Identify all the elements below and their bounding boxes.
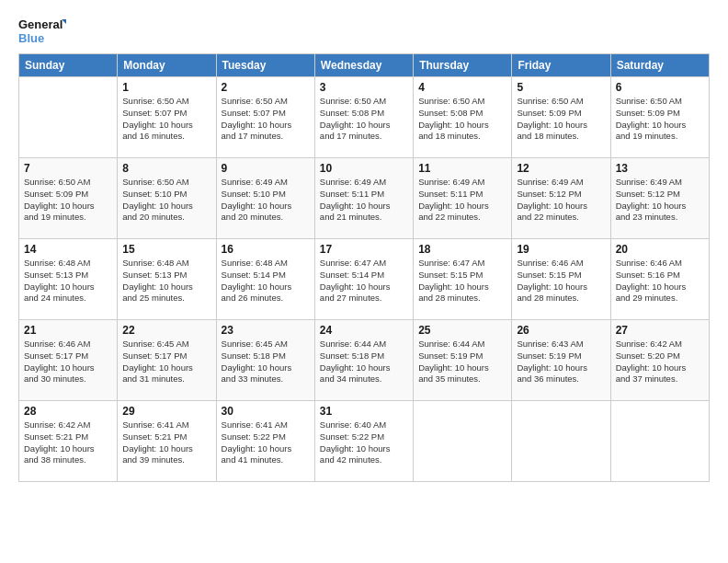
calendar-header-row: SundayMondayTuesdayWednesdayThursdayFrid…: [19, 54, 710, 77]
day-info: Sunrise: 6:44 AM Sunset: 5:19 PM Dayligh…: [418, 339, 506, 385]
calendar-cell: 11Sunrise: 6:49 AM Sunset: 5:11 PM Dayli…: [414, 158, 512, 239]
calendar-cell: 8Sunrise: 6:50 AM Sunset: 5:10 PM Daylig…: [118, 158, 216, 239]
calendar-week-row: 21Sunrise: 6:46 AM Sunset: 5:17 PM Dayli…: [19, 320, 710, 401]
calendar-cell: 19Sunrise: 6:46 AM Sunset: 5:15 PM Dayli…: [512, 239, 610, 320]
calendar-cell: 24Sunrise: 6:44 AM Sunset: 5:18 PM Dayli…: [314, 320, 413, 401]
day-number: 11: [418, 162, 506, 175]
day-info: Sunrise: 6:48 AM Sunset: 5:13 PM Dayligh…: [122, 258, 210, 304]
day-number: 22: [122, 324, 210, 337]
calendar-cell: 26Sunrise: 6:43 AM Sunset: 5:19 PM Dayli…: [512, 320, 610, 401]
calendar-header-cell: Wednesday: [314, 54, 413, 77]
calendar-week-row: 28Sunrise: 6:42 AM Sunset: 5:21 PM Dayli…: [19, 401, 710, 482]
day-info: Sunrise: 6:49 AM Sunset: 5:11 PM Dayligh…: [320, 177, 408, 224]
day-number: 2: [222, 81, 310, 94]
calendar-cell: 6Sunrise: 6:50 AM Sunset: 5:09 PM Daylig…: [610, 77, 709, 158]
calendar-cell: 9Sunrise: 6:49 AM Sunset: 5:10 PM Daylig…: [216, 158, 314, 239]
calendar-cell: [19, 77, 118, 158]
day-number: 8: [122, 162, 210, 175]
page: General Blue SundayMondayTuesdayWednesda…: [0, 0, 728, 563]
day-number: 12: [517, 162, 605, 175]
calendar-cell: 2Sunrise: 6:50 AM Sunset: 5:07 PM Daylig…: [216, 77, 314, 158]
day-info: Sunrise: 6:50 AM Sunset: 5:10 PM Dayligh…: [122, 177, 210, 224]
calendar-header-cell: Monday: [118, 54, 216, 77]
calendar-cell: 29Sunrise: 6:41 AM Sunset: 5:21 PM Dayli…: [118, 401, 216, 482]
day-info: Sunrise: 6:46 AM Sunset: 5:16 PM Dayligh…: [616, 258, 704, 304]
calendar-cell: 3Sunrise: 6:50 AM Sunset: 5:08 PM Daylig…: [314, 77, 413, 158]
calendar-cell: 5Sunrise: 6:50 AM Sunset: 5:09 PM Daylig…: [512, 77, 610, 158]
day-number: 6: [616, 81, 704, 94]
calendar-cell: 18Sunrise: 6:47 AM Sunset: 5:15 PM Dayli…: [414, 239, 512, 320]
calendar-cell: 23Sunrise: 6:45 AM Sunset: 5:18 PM Dayli…: [216, 320, 314, 401]
calendar-cell: [610, 401, 709, 482]
day-info: Sunrise: 6:41 AM Sunset: 5:22 PM Dayligh…: [222, 419, 310, 466]
day-number: 18: [418, 243, 506, 256]
day-info: Sunrise: 6:41 AM Sunset: 5:21 PM Dayligh…: [122, 419, 210, 466]
day-info: Sunrise: 6:50 AM Sunset: 5:09 PM Dayligh…: [616, 96, 704, 143]
calendar-cell: 17Sunrise: 6:47 AM Sunset: 5:14 PM Dayli…: [314, 239, 413, 320]
day-info: Sunrise: 6:49 AM Sunset: 5:12 PM Dayligh…: [517, 177, 605, 224]
day-info: Sunrise: 6:45 AM Sunset: 5:17 PM Dayligh…: [122, 339, 210, 385]
day-number: 9: [222, 162, 310, 175]
calendar-cell: 13Sunrise: 6:49 AM Sunset: 5:12 PM Dayli…: [610, 158, 709, 239]
day-number: 25: [418, 324, 506, 337]
day-info: Sunrise: 6:50 AM Sunset: 5:08 PM Dayligh…: [418, 96, 506, 143]
calendar-cell: [414, 401, 512, 482]
day-number: 21: [24, 324, 112, 337]
calendar-cell: 21Sunrise: 6:46 AM Sunset: 5:17 PM Dayli…: [19, 320, 118, 401]
day-info: Sunrise: 6:46 AM Sunset: 5:17 PM Dayligh…: [24, 339, 112, 385]
header: General Blue: [18, 15, 710, 48]
svg-text:Blue: Blue: [18, 31, 44, 45]
day-info: Sunrise: 6:47 AM Sunset: 5:14 PM Dayligh…: [320, 258, 408, 304]
calendar-cell: 28Sunrise: 6:42 AM Sunset: 5:21 PM Dayli…: [19, 401, 118, 482]
calendar-header-cell: Thursday: [414, 54, 512, 77]
day-number: 5: [517, 81, 605, 94]
day-info: Sunrise: 6:47 AM Sunset: 5:15 PM Dayligh…: [418, 258, 506, 304]
day-number: 4: [418, 81, 506, 94]
day-info: Sunrise: 6:50 AM Sunset: 5:07 PM Dayligh…: [222, 96, 310, 143]
day-info: Sunrise: 6:44 AM Sunset: 5:18 PM Dayligh…: [320, 339, 408, 385]
day-number: 29: [122, 405, 210, 418]
day-number: 27: [616, 324, 704, 337]
calendar-body: 1Sunrise: 6:50 AM Sunset: 5:07 PM Daylig…: [19, 77, 710, 482]
calendar-cell: 14Sunrise: 6:48 AM Sunset: 5:13 PM Dayli…: [19, 239, 118, 320]
day-number: 23: [222, 324, 310, 337]
day-info: Sunrise: 6:48 AM Sunset: 5:14 PM Dayligh…: [222, 258, 310, 304]
calendar-cell: [512, 401, 610, 482]
day-number: 1: [122, 81, 210, 94]
calendar-cell: 20Sunrise: 6:46 AM Sunset: 5:16 PM Dayli…: [610, 239, 709, 320]
day-info: Sunrise: 6:49 AM Sunset: 5:11 PM Dayligh…: [418, 177, 506, 224]
calendar-week-row: 1Sunrise: 6:50 AM Sunset: 5:07 PM Daylig…: [19, 77, 710, 158]
calendar-cell: 25Sunrise: 6:44 AM Sunset: 5:19 PM Dayli…: [414, 320, 512, 401]
day-info: Sunrise: 6:46 AM Sunset: 5:15 PM Dayligh…: [517, 258, 605, 304]
calendar-header-cell: Sunday: [19, 54, 118, 77]
day-info: Sunrise: 6:48 AM Sunset: 5:13 PM Dayligh…: [24, 258, 112, 304]
day-number: 15: [122, 243, 210, 256]
day-number: 20: [616, 243, 704, 256]
calendar-cell: 4Sunrise: 6:50 AM Sunset: 5:08 PM Daylig…: [414, 77, 512, 158]
calendar-cell: 22Sunrise: 6:45 AM Sunset: 5:17 PM Dayli…: [118, 320, 216, 401]
calendar-cell: 7Sunrise: 6:50 AM Sunset: 5:09 PM Daylig…: [19, 158, 118, 239]
calendar-cell: 1Sunrise: 6:50 AM Sunset: 5:07 PM Daylig…: [118, 77, 216, 158]
calendar-week-row: 14Sunrise: 6:48 AM Sunset: 5:13 PM Dayli…: [19, 239, 710, 320]
day-info: Sunrise: 6:42 AM Sunset: 5:21 PM Dayligh…: [24, 419, 112, 466]
calendar-header-cell: Friday: [512, 54, 610, 77]
calendar-cell: 12Sunrise: 6:49 AM Sunset: 5:12 PM Dayli…: [512, 158, 610, 239]
day-info: Sunrise: 6:40 AM Sunset: 5:22 PM Dayligh…: [320, 419, 408, 466]
day-info: Sunrise: 6:50 AM Sunset: 5:09 PM Dayligh…: [517, 96, 605, 143]
day-info: Sunrise: 6:50 AM Sunset: 5:09 PM Dayligh…: [24, 177, 112, 224]
day-number: 10: [320, 162, 408, 175]
day-number: 13: [616, 162, 704, 175]
logo: General Blue: [18, 15, 66, 48]
calendar: SundayMondayTuesdayWednesdayThursdayFrid…: [18, 53, 710, 482]
calendar-cell: 27Sunrise: 6:42 AM Sunset: 5:20 PM Dayli…: [610, 320, 709, 401]
svg-text:General: General: [18, 17, 63, 31]
day-info: Sunrise: 6:42 AM Sunset: 5:20 PM Dayligh…: [616, 339, 704, 385]
day-number: 7: [24, 162, 112, 175]
day-info: Sunrise: 6:43 AM Sunset: 5:19 PM Dayligh…: [517, 339, 605, 385]
day-number: 26: [517, 324, 605, 337]
day-number: 24: [320, 324, 408, 337]
logo-svg: General Blue: [18, 15, 66, 48]
calendar-cell: 16Sunrise: 6:48 AM Sunset: 5:14 PM Dayli…: [216, 239, 314, 320]
calendar-week-row: 7Sunrise: 6:50 AM Sunset: 5:09 PM Daylig…: [19, 158, 710, 239]
calendar-cell: 30Sunrise: 6:41 AM Sunset: 5:22 PM Dayli…: [216, 401, 314, 482]
